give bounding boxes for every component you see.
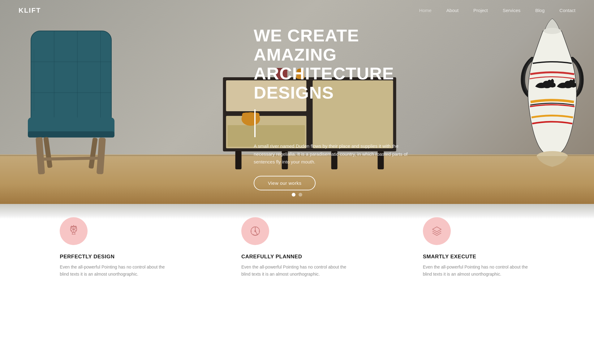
hero-dot-1[interactable]	[292, 193, 295, 197]
nav-blog[interactable]: Blog	[535, 8, 544, 13]
svg-marker-49	[433, 227, 441, 232]
nav-contact[interactable]: Contact	[559, 8, 575, 13]
features-section: PERFECTLY DESIGN Even the all-powerful P…	[0, 219, 594, 296]
hero-vase	[520, 12, 585, 173]
nav-home[interactable]: Home	[419, 8, 432, 13]
feature-title-2: CAREFULLY PLANNED	[241, 254, 302, 260]
hero-title: WE CREATE AMAZING ARCHITECTURE DESIGNS	[254, 26, 439, 102]
feature-perfectly-design: PERFECTLY DESIGN Even the all-powerful P…	[47, 219, 183, 278]
svg-rect-7	[28, 131, 114, 138]
feature-smartly-execute: SMARTLY EXECUTE Even the all-powerful Po…	[411, 219, 547, 278]
nav-services[interactable]: Services	[503, 8, 521, 13]
hero-content: WE CREATE AMAZING ARCHITECTURE DESIGNS A…	[217, 14, 439, 190]
svg-rect-10	[43, 137, 53, 168]
svg-point-33	[544, 28, 561, 34]
brain-icon	[67, 224, 80, 238]
feature-icon-planned	[241, 217, 269, 245]
svg-rect-8	[36, 137, 45, 174]
nav-project[interactable]: Project	[473, 8, 488, 13]
feature-desc-2: Even the all-powerful Pointing has no co…	[241, 264, 353, 278]
hero-dot-2[interactable]	[299, 193, 302, 197]
hero-section: WE CREATE AMAZING ARCHITECTURE DESIGNS A…	[0, 0, 594, 204]
feature-icon-execute	[423, 217, 451, 245]
compass-icon	[248, 224, 262, 238]
svg-rect-11	[88, 138, 98, 169]
hero-dots	[292, 193, 302, 197]
features-wrap: PERFECTLY DESIGN Even the all-powerful P…	[0, 204, 594, 296]
hero-cta-button[interactable]: View our works	[254, 176, 316, 190]
feature-icon-design	[60, 217, 88, 245]
feature-title-1: PERFECTLY DESIGN	[60, 254, 114, 260]
feature-title-3: SMARTLY EXECUTE	[423, 254, 476, 260]
hero-chair	[19, 19, 124, 179]
feature-desc-3: Even the all-powerful Pointing has no co…	[423, 264, 534, 278]
svg-rect-0	[31, 31, 111, 127]
nav-about[interactable]: About	[446, 8, 458, 13]
hero-description: A small river named Duden flows by their…	[254, 142, 421, 166]
layers-icon	[430, 224, 444, 238]
svg-rect-9	[97, 138, 106, 174]
navbar: KLIFT Home About Project Services Blog C…	[0, 0, 594, 21]
feature-desc-1: Even the all-powerful Pointing has no co…	[60, 264, 171, 278]
brand-logo[interactable]: KLIFT	[19, 6, 41, 15]
nav-links: Home About Project Services Blog Contact	[419, 8, 575, 13]
hero-divider	[254, 109, 256, 137]
feature-carefully-planned: CAREFULLY PLANNED Even the all-powerful …	[229, 219, 365, 278]
